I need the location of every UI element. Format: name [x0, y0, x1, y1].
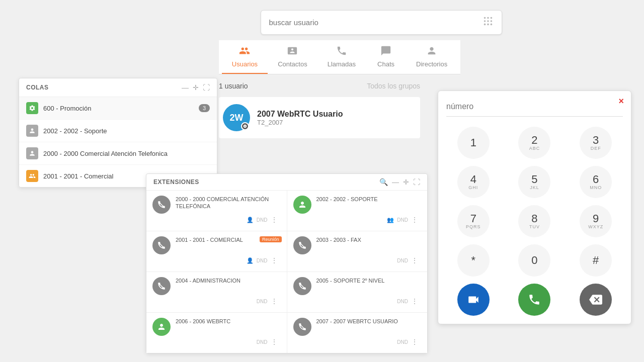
ext-name: 2005 - SOPORTE 2º NIVEL [316, 277, 422, 284]
extension-item[interactable]: 2000 - 2000 COMERCIAL ATENCIÓN TELEFÓNIC… [146, 191, 287, 231]
dialpad-panel: × 1 2 ABC 3 DEF 4 GHI 5 JKL 6 MNO 7 [438, 90, 631, 324]
dial-num: 7 [470, 213, 476, 224]
dial-num: 6 [593, 174, 599, 185]
move-icon-ext[interactable]: ✛ [403, 178, 409, 186]
ext-user-status-icon: 👥 [387, 217, 394, 223]
nav-tabs: Usuarios Contactos Llamadas Chats Direct… [219, 40, 460, 74]
dial-num: # [593, 255, 599, 266]
video-call-btn[interactable] [457, 284, 490, 316]
ext-options-btn[interactable]: ⋮ [411, 256, 418, 264]
svg-point-4 [487, 20, 489, 22]
tab-chats[interactable]: Chats [366, 40, 406, 74]
dial-key-9[interactable]: 9 WXYZ [580, 205, 612, 237]
minimize-icon[interactable]: — [182, 83, 189, 92]
extension-item[interactable]: 2004 - ADMINISTRACION DND ⋮ [146, 272, 287, 312]
dial-key-2[interactable]: 2 ABC [518, 127, 550, 159]
ext-options-btn[interactable]: ⋮ [271, 216, 278, 224]
dnd-label: DND [397, 217, 408, 223]
user-card[interactable]: 2W 2007 WebRTC Usuario T2_2007 [219, 97, 420, 138]
search-bar [261, 10, 502, 35]
avatar: 2W [223, 104, 250, 131]
dial-num: 3 [593, 135, 599, 146]
ext-dnd-icon [152, 236, 171, 254]
dial-key-7[interactable]: 7 PQRS [457, 205, 490, 237]
cola-item[interactable]: 600 - Promoción 3 [19, 97, 217, 120]
ext-dnd-icon [293, 236, 311, 254]
dial-key-4[interactable]: 4 GHI [457, 166, 490, 198]
ext-options-btn[interactable]: ⋮ [411, 338, 418, 346]
tab-usuarios[interactable]: Usuarios [222, 40, 268, 74]
extension-item[interactable]: 2005 - SOPORTE 2º NIVEL DND ⋮ [287, 272, 428, 312]
usuarios-icon [239, 45, 250, 59]
tab-llamadas[interactable]: Llamadas [317, 40, 366, 74]
dial-key-6[interactable]: 6 MNO [580, 166, 612, 198]
expand-icon-ext[interactable]: ⛶ [413, 178, 420, 186]
dial-key-3[interactable]: 3 DEF [580, 127, 612, 159]
dial-num: 8 [531, 213, 537, 224]
minimize-icon-ext[interactable]: — [392, 178, 399, 186]
extension-item[interactable]: 2002 - 2002 - SOPORTE 👥 DND ⋮ [287, 191, 428, 231]
dial-alpha: MNO [590, 185, 602, 190]
cola-item[interactable]: 2000 - 2000 Comercial Atención Telefonic… [19, 142, 217, 165]
cola-name: 600 - Promoción [43, 105, 199, 112]
dnd-label: DND [257, 299, 268, 304]
dialpad-input[interactable] [446, 99, 623, 117]
contactos-icon [287, 45, 298, 59]
move-icon[interactable]: ✛ [193, 83, 199, 92]
search-input[interactable] [269, 18, 482, 27]
svg-point-0 [484, 17, 486, 19]
tab-directorios[interactable]: Directorios [406, 40, 457, 74]
ext-name: 2003 - 2003 - FAX [316, 236, 422, 243]
cola-icon-user [26, 147, 38, 159]
dnd-label: DND [397, 299, 408, 304]
tab-usuarios-label: Usuarios [232, 60, 258, 68]
dial-key-star[interactable]: * [457, 244, 490, 277]
dial-key-0[interactable]: 0 [518, 244, 550, 277]
cola-item[interactable]: 2002 - 2002 - Soporte [19, 120, 217, 142]
ext-dnd-icon [152, 196, 171, 214]
dial-alpha: GHI [468, 185, 478, 190]
avatar-initials: 2W [230, 113, 244, 123]
extensiones-header: EXTENSIONES 🔍 — ✛ ⛶ [146, 174, 427, 191]
avatar-badge [241, 122, 249, 130]
ext-options-btn[interactable]: ⋮ [271, 256, 278, 264]
ext-dnd-icon [152, 277, 171, 295]
svg-point-2 [490, 17, 492, 19]
ext-name: 2004 - ADMINISTRACION [176, 277, 281, 284]
search-icon-ext[interactable]: 🔍 [379, 178, 388, 186]
dial-key-1[interactable]: 1 [457, 127, 490, 159]
call-btn[interactable] [518, 284, 550, 316]
dial-alpha: ABC [529, 146, 540, 151]
dial-key-hash[interactable]: # [580, 244, 612, 277]
backspace-btn[interactable] [580, 284, 612, 316]
dial-key-8[interactable]: 8 TUV [518, 205, 550, 237]
ext-user-icon [152, 318, 171, 336]
extension-item[interactable]: 2006 - 2006 WEBRTC DND ⋮ [146, 313, 287, 353]
user-info: 2007 WebRTC Usuario T2_2007 [257, 110, 343, 126]
expand-icon[interactable]: ⛶ [203, 83, 210, 92]
extension-item[interactable]: 2003 - 2003 - FAX DND ⋮ [287, 231, 428, 272]
ext-options-btn[interactable]: ⋮ [271, 338, 278, 346]
dnd-label: DND [397, 339, 408, 345]
svg-point-3 [484, 20, 486, 22]
tab-contactos[interactable]: Contactos [268, 40, 317, 74]
dialpad-close-btn[interactable]: × [618, 96, 624, 107]
keypad-icon[interactable] [482, 16, 494, 29]
reunion-badge: Reunión [260, 236, 282, 242]
dnd-label: DND [257, 339, 268, 345]
extension-item[interactable]: 2001 - 2001 - COMERCIAL Reunión 👤 DND ⋮ [146, 231, 287, 272]
colas-header: COLAS — ✛ ⛶ [19, 78, 217, 97]
search-area [219, 10, 543, 35]
ext-options-btn[interactable]: ⋮ [411, 297, 418, 305]
svg-point-7 [487, 24, 489, 26]
ext-options-btn[interactable]: ⋮ [271, 297, 278, 305]
extension-item[interactable]: 2007 - 2007 WEBRTC USUARIO DND ⋮ [287, 313, 428, 353]
ext-user-status-icon: 👤 [247, 217, 254, 223]
chats-icon [380, 45, 391, 59]
dial-key-5[interactable]: 5 JKL [518, 166, 550, 198]
ext-name: 2002 - 2002 - SOPORTE [316, 196, 422, 203]
ext-options-btn[interactable]: ⋮ [411, 216, 418, 224]
extensiones-grid: 2000 - 2000 COMERCIAL ATENCIÓN TELEFÓNIC… [146, 191, 427, 353]
dial-num: 0 [531, 255, 537, 266]
dial-num: 9 [593, 213, 599, 224]
